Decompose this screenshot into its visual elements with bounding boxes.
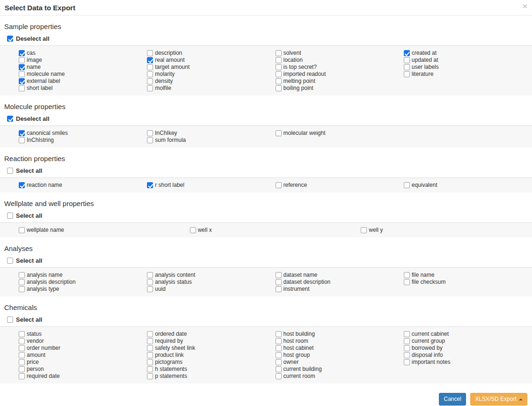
checkbox-safety-sheet-link[interactable] — [147, 345, 153, 351]
checkbox-amount[interactable] — [19, 352, 25, 358]
toggle-checkbox-reaction-properties[interactable] — [7, 168, 13, 174]
checkbox-r-short-label[interactable] — [147, 182, 153, 188]
option-product-link: product link — [147, 352, 275, 359]
checkbox-user-labels[interactable] — [404, 64, 410, 70]
checkbox-molecule-name[interactable] — [19, 71, 25, 77]
checkbox-p-statements[interactable] — [147, 373, 153, 379]
checkbox-solvent[interactable] — [276, 50, 282, 56]
checkbox-analysis-content[interactable] — [147, 272, 153, 278]
checkbox-disposal-info[interactable] — [404, 352, 410, 358]
checkbox-product-link[interactable] — [147, 352, 153, 358]
checkbox-wellplate-name[interactable] — [19, 227, 25, 233]
toggle-checkbox-molecule-properties[interactable] — [7, 116, 13, 122]
checkbox-molfile[interactable] — [147, 85, 153, 91]
checkbox-image[interactable] — [19, 57, 25, 63]
checkbox-uuid[interactable] — [147, 286, 153, 292]
checkbox-dataset-description[interactable] — [276, 279, 282, 285]
checkbox-melting-point[interactable] — [276, 78, 282, 84]
option-molecule-name: molecule name — [19, 71, 147, 78]
checkbox-h-statements[interactable] — [147, 366, 153, 372]
checkbox-current-room[interactable] — [276, 373, 282, 379]
checkbox-external-label[interactable] — [19, 78, 25, 84]
checkbox-analysis-description[interactable] — [19, 279, 25, 285]
checkbox-short-label[interactable] — [19, 85, 25, 91]
close-icon[interactable]: × — [523, 2, 527, 10]
checkbox-analysis-status[interactable] — [147, 279, 153, 285]
checkbox-ordered-date[interactable] — [147, 331, 153, 337]
checkbox-price[interactable] — [19, 359, 25, 365]
option-label: price — [27, 359, 39, 365]
checkbox-well-y[interactable] — [361, 227, 367, 233]
section-reaction-properties: Reaction propertiesSelect allreaction na… — [0, 155, 532, 192]
checkbox-reaction-name[interactable] — [19, 182, 25, 188]
checkbox-inchikey[interactable] — [147, 130, 153, 136]
checkbox-name[interactable] — [19, 64, 25, 70]
option-ordered-date: ordered date — [147, 331, 275, 338]
toggle-checkbox-analyses[interactable] — [7, 258, 13, 264]
checkbox-reference[interactable] — [276, 182, 282, 188]
checkbox-borrowed-by[interactable] — [404, 345, 410, 351]
option-user-labels: user labels — [404, 64, 532, 71]
checkbox-vendor[interactable] — [19, 338, 25, 344]
checkbox-dataset-name[interactable] — [276, 272, 282, 278]
checkbox-molecular-weight[interactable] — [276, 130, 282, 136]
checkbox-file-name[interactable] — [404, 272, 410, 278]
toggle-checkbox-wellplate-properties[interactable] — [7, 213, 13, 219]
option-description: description — [147, 50, 275, 57]
checkbox-cas[interactable] — [19, 50, 25, 56]
checkbox-inchistring[interactable] — [19, 137, 25, 143]
checkbox-canonical-smiles[interactable] — [19, 130, 25, 136]
checkbox-important-notes[interactable] — [404, 359, 410, 365]
checkbox-sum-formula[interactable] — [147, 137, 153, 143]
checkbox-host-group[interactable] — [276, 352, 282, 358]
option-status: status — [19, 331, 147, 338]
checkbox-host-room[interactable] — [276, 338, 282, 344]
checkbox-required-by[interactable] — [147, 338, 153, 344]
option-label: host cabinet — [284, 345, 314, 351]
checkbox-order-number[interactable] — [19, 345, 25, 351]
option-inchikey: InChIkey — [147, 130, 275, 137]
checkbox-imported-readout[interactable] — [276, 71, 282, 77]
checkbox-file-checksum[interactable] — [404, 279, 410, 285]
checkbox-is-top-secret[interactable] — [276, 64, 282, 70]
checkbox-target-amount[interactable] — [147, 64, 153, 70]
checkbox-molarity[interactable] — [147, 71, 153, 77]
checkbox-person[interactable] — [19, 366, 25, 372]
export-button[interactable]: XLSX/SD Export — [470, 393, 527, 406]
checkbox-location[interactable] — [276, 57, 282, 63]
checkbox-well-x[interactable] — [190, 227, 196, 233]
checkbox-created-at[interactable] — [404, 50, 410, 56]
checkbox-current-group[interactable] — [404, 338, 410, 344]
checkbox-boiling-point[interactable] — [276, 85, 282, 91]
option-label: current building — [284, 366, 322, 372]
option-label: is top secret? — [284, 64, 317, 70]
checkbox-analysis-type[interactable] — [19, 286, 25, 292]
checkbox-equivalent[interactable] — [404, 182, 410, 188]
cancel-button[interactable]: Cancel — [439, 393, 466, 406]
option-cas: cas — [19, 50, 147, 57]
options-column: InChIkeysum formula — [147, 130, 275, 144]
checkbox-required-date[interactable] — [19, 373, 25, 379]
checkbox-host-building[interactable] — [276, 331, 282, 337]
checkbox-literature[interactable] — [404, 71, 410, 77]
options-panel-molecule-properties: canonical smilesInChIstringInChIkeysum f… — [0, 125, 532, 148]
toggle-checkbox-sample-properties[interactable] — [7, 36, 13, 42]
checkbox-status[interactable] — [19, 331, 25, 337]
checkbox-updated-at[interactable] — [404, 57, 410, 63]
checkbox-instrument[interactable] — [276, 286, 282, 292]
option-is-top-secret: is top secret? — [276, 64, 404, 71]
toggle-checkbox-chemicals[interactable] — [7, 317, 13, 323]
checkbox-real-amount[interactable] — [147, 57, 153, 63]
checkbox-density[interactable] — [147, 78, 153, 84]
checkbox-description[interactable] — [147, 50, 153, 56]
checkbox-analysis-name[interactable] — [19, 272, 25, 278]
checkbox-current-building[interactable] — [276, 366, 282, 372]
option-label: literature — [412, 71, 434, 77]
checkbox-pictograms[interactable] — [147, 359, 153, 365]
checkbox-current-cabinet[interactable] — [404, 331, 410, 337]
option-label: current group — [412, 338, 445, 344]
options-column: casimagenamemolecule nameexternal labels… — [19, 50, 147, 92]
checkbox-host-cabinet[interactable] — [276, 345, 282, 351]
checkbox-owner[interactable] — [276, 359, 282, 365]
option-label: uuid — [155, 286, 166, 292]
